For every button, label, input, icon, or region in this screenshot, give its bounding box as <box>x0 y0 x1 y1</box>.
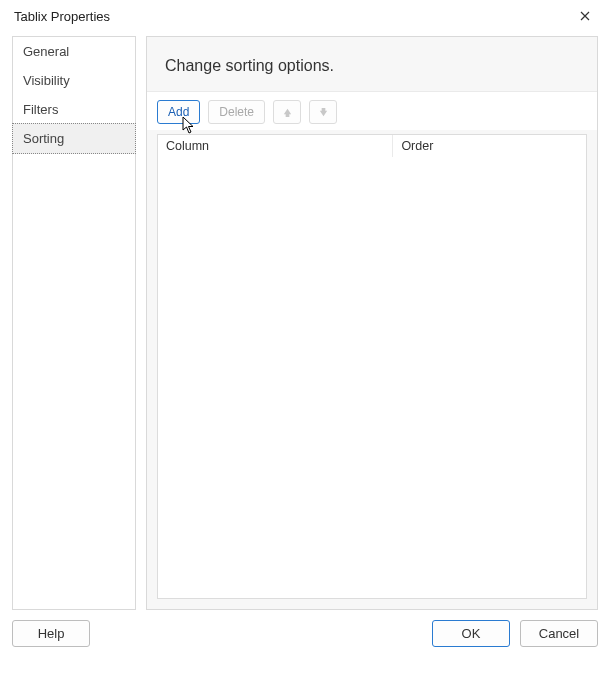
sidebar-item-filters[interactable]: Filters <box>13 95 135 124</box>
toolbar: Add Delete <box>157 100 587 124</box>
sidebar-item-label: Sorting <box>23 131 64 146</box>
main-heading: Change sorting options. <box>147 37 597 91</box>
add-button-label: Add <box>168 105 189 119</box>
delete-button[interactable]: Delete <box>208 100 265 124</box>
move-up-button[interactable] <box>273 100 301 124</box>
add-button[interactable]: Add <box>157 100 200 124</box>
dialog-footer: Help OK Cancel <box>0 610 610 659</box>
sort-table: Column Order <box>157 134 587 599</box>
arrow-down-icon <box>318 107 329 118</box>
ok-button-label: OK <box>462 626 481 641</box>
window-title: Tablix Properties <box>14 9 110 24</box>
column-header-column: Column <box>158 135 393 157</box>
close-button[interactable] <box>564 2 606 30</box>
help-button[interactable]: Help <box>12 620 90 647</box>
sidebar-item-label: General <box>23 44 69 59</box>
toolbar-area: Add Delete <box>147 91 597 130</box>
sidebar-item-label: Visibility <box>23 73 70 88</box>
ok-button[interactable]: OK <box>432 620 510 647</box>
arrow-up-icon <box>282 107 293 118</box>
delete-button-label: Delete <box>219 105 254 119</box>
titlebar: Tablix Properties <box>0 0 610 32</box>
help-button-label: Help <box>38 626 65 641</box>
close-icon <box>580 11 590 21</box>
table-header-row: Column Order <box>158 135 586 158</box>
column-header-order: Order <box>393 135 586 157</box>
cancel-button-label: Cancel <box>539 626 579 641</box>
dialog-content: General Visibility Filters Sorting Chang… <box>0 32 610 610</box>
cancel-button[interactable]: Cancel <box>520 620 598 647</box>
sidebar-item-visibility[interactable]: Visibility <box>13 66 135 95</box>
sidebar-item-general[interactable]: General <box>13 37 135 66</box>
sidebar-item-sorting[interactable]: Sorting <box>12 123 136 154</box>
main-panel: Change sorting options. Add Delete Colum <box>146 36 598 610</box>
sidebar: General Visibility Filters Sorting <box>12 36 136 610</box>
move-down-button[interactable] <box>309 100 337 124</box>
sidebar-item-label: Filters <box>23 102 58 117</box>
